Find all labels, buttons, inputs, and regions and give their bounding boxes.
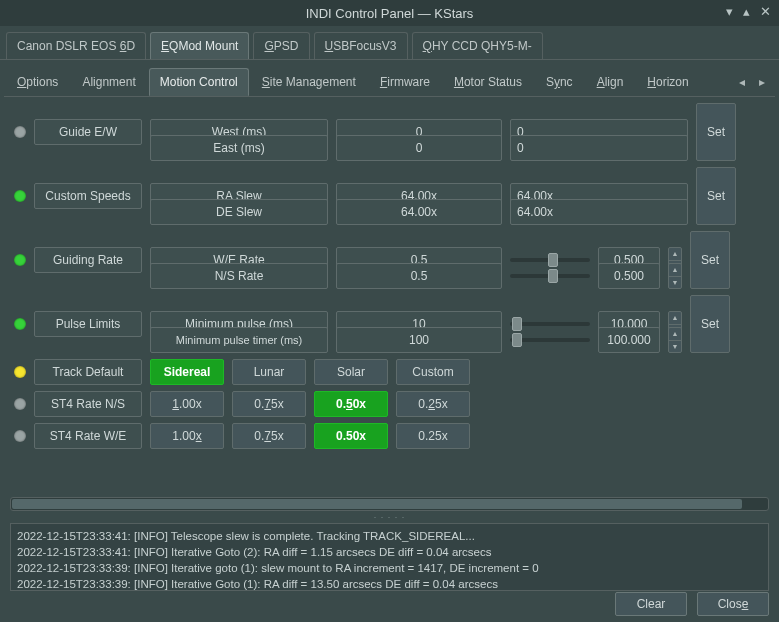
motion-control-panel: Guide E/W West (ms) 0 0 Set East (ms) 0 … [0,97,779,493]
opt-custom[interactable]: Custom [396,359,470,385]
opt-st4we-025[interactable]: 0.25x [396,423,470,449]
opt-st4ns-100[interactable]: 1.00x [150,391,224,417]
tab-gpsd[interactable]: GPSD [253,32,309,59]
window-close-icon[interactable]: ✕ [760,4,771,19]
log-line: 2022-12-15T23:33:41: [INFO] Telescope sl… [17,528,762,544]
log-line: 2022-12-15T23:33:39: [INFO] Iterative go… [17,560,762,576]
opt-st4we-100[interactable]: 1.00x [150,423,224,449]
subtab-site-management[interactable]: Site Management [251,68,367,96]
opt-solar[interactable]: Solar [314,359,388,385]
value-ns-rate: 0.5 [336,263,502,289]
slider-ns-rate[interactable] [510,263,590,289]
window-min-icon[interactable]: ▾ [726,4,733,19]
close-button[interactable]: Close [697,592,769,616]
subtab-firmware[interactable]: Firmware [369,68,441,96]
led-st4-ns [14,398,26,410]
led-track-default [14,366,26,378]
prop-st4-we: ST4 Rate W/E [34,423,142,449]
subtab-sync[interactable]: Sync [535,68,584,96]
opt-sidereal[interactable]: Sidereal [150,359,224,385]
tab-canon[interactable]: Canon DSLR EOS 6D [6,32,146,59]
subtab-align[interactable]: Align [586,68,635,96]
opt-st4ns-050[interactable]: 0.50x [314,391,388,417]
subtab-motion-control[interactable]: Motion Control [149,68,249,96]
prop-st4-ns: ST4 Rate N/S [34,391,142,417]
value-min-pulse-timer: 100 [336,327,502,353]
titlebar: INDI Control Panel — KStars ▾ ▴ ✕ [0,0,779,26]
spin-min-pulse-timer[interactable]: 100.000 [598,327,660,353]
spin-ns-rate[interactable]: 0.500 [598,263,660,289]
opt-st4ns-025[interactable]: 0.25x [396,391,470,417]
splitter-handle[interactable]: · · · · · [0,513,779,521]
slider-min-pulse-timer[interactable] [510,327,590,353]
opt-lunar[interactable]: Lunar [232,359,306,385]
opt-st4we-075[interactable]: 0.75x [232,423,306,449]
prop-track-default: Track Default [34,359,142,385]
led-st4-we [14,430,26,442]
clear-button[interactable]: Clear [615,592,687,616]
subtab-horizon[interactable]: Horizon [636,68,699,96]
label-de-slew: DE Slew [150,199,328,225]
log-line: 2022-12-15T23:33:39: [INFO] Iterative Go… [17,576,762,591]
driver-tabs: Canon DSLR EOS 6D EQMod Mount GPSD USBFo… [0,26,779,60]
value-de-slew: 64.00x [336,199,502,225]
tab-usbfocus[interactable]: USBFocusV3 [314,32,408,59]
opt-st4ns-075[interactable]: 0.75x [232,391,306,417]
input-east-ms[interactable]: 0 [510,135,688,161]
window-title: INDI Control Panel — KStars [306,6,474,21]
log-panel[interactable]: 2022-12-15T23:33:41: [INFO] Telescope sl… [10,523,769,591]
subtab-options[interactable]: Options [6,68,69,96]
value-east-ms: 0 [336,135,502,161]
tab-eqmod[interactable]: EQMod Mount [150,32,249,59]
input-de-slew[interactable]: 64.00x [510,199,688,225]
subtab-alignment[interactable]: Alignment [71,68,146,96]
log-line: 2022-12-15T23:33:41: [INFO] Iterative Go… [17,544,762,560]
panel-hscrollbar[interactable] [10,497,769,511]
opt-st4we-050[interactable]: 0.50x [314,423,388,449]
tabs-scroll-left-icon[interactable]: ◂ [735,73,749,91]
sub-tabs: Options Alignment Motion Control Site Ma… [4,64,775,97]
spinbtns-ns-rate[interactable]: ▲▼ [668,263,682,289]
tab-qhy[interactable]: QHY CCD QHY5-M- [412,32,543,59]
label-ns-rate: N/S Rate [150,263,328,289]
label-east-ms: East (ms) [150,135,328,161]
tabs-scroll-right-icon[interactable]: ▸ [755,73,769,91]
subtab-motor-status[interactable]: Motor Status [443,68,533,96]
label-min-pulse-timer: Minimum pulse timer (ms) [150,327,328,353]
spinbtns-min-pulse-timer[interactable]: ▲▼ [668,327,682,353]
window-max-icon[interactable]: ▴ [743,4,750,19]
